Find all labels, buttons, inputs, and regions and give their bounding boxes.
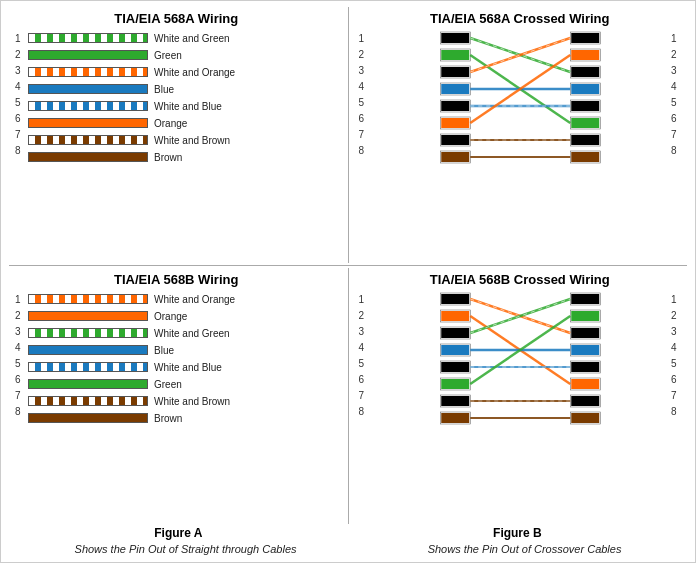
pin-4: 4: [15, 78, 25, 94]
svg-rect-26: [571, 67, 599, 77]
568b-crossed-left-pins: 1 2 3 4 5 6 7 8: [359, 291, 369, 419]
svg-rect-75: [571, 413, 599, 423]
568b-wires: White and Orange Orange White and Green …: [28, 291, 338, 427]
568b-crossed-right-pins: 1 2 3 4 5 6 7 8: [671, 291, 681, 419]
568b-crossed-svg-area: [372, 291, 669, 426]
wire-5-visual: [28, 101, 148, 111]
568b-wire-row-7: White and Brown: [28, 393, 338, 409]
cp-r-1: 1: [671, 30, 681, 46]
svg-rect-57: [441, 379, 469, 389]
svg-rect-69: [571, 311, 599, 321]
cp-l-1: 1: [359, 30, 369, 46]
cp-l-3: 3: [359, 62, 369, 78]
wire-3-label: White and Orange: [154, 67, 235, 78]
568b-wire-row-3: White and Green: [28, 325, 338, 341]
568b-wire-8-label: Brown: [154, 413, 182, 424]
wire-1-visual: [28, 33, 148, 43]
svg-rect-9: [441, 50, 469, 60]
cp-r-3: 3: [671, 62, 681, 78]
568b-wire-1-label: White and Orange: [154, 294, 235, 305]
wire-6-label: Orange: [154, 118, 187, 129]
svg-rect-31: [571, 152, 599, 162]
wire-row-8: Brown: [28, 149, 338, 165]
svg-rect-54: [441, 328, 469, 338]
svg-rect-25: [571, 50, 599, 60]
pin-1: 1: [15, 30, 25, 46]
568b-straight-panel: TIA/EIA 568B Wiring 1 2 3 4 5 6 7 8 Whit…: [9, 268, 344, 524]
wire-7-visual: [28, 135, 148, 145]
wire-5-label: White and Blue: [154, 101, 222, 112]
pin-7: 7: [15, 126, 25, 142]
figure-b-label: Figure B: [493, 526, 542, 540]
main-container: TIA/EIA 568A Wiring 1 2 3 4 5 6 7 8 Whit…: [0, 0, 696, 563]
svg-rect-55: [441, 345, 469, 355]
svg-rect-15: [441, 152, 469, 162]
568a-crossed-svg: [372, 30, 669, 165]
cp-l-8: 8: [359, 142, 369, 158]
568b-crossed-svg: [372, 291, 669, 426]
568b-wire-7-label: White and Brown: [154, 396, 230, 407]
cp-r-8: 8: [671, 142, 681, 158]
568a-crossed-panel: TIA/EIA 568A Crossed Wiring 1 2 3 4 5 6 …: [353, 7, 688, 263]
568b-wire-row-6: Green: [28, 376, 338, 392]
svg-rect-70: [571, 328, 599, 338]
568b-wire-2-label: Orange: [154, 311, 187, 322]
568b-wire-row-4: Blue: [28, 342, 338, 358]
svg-rect-30: [571, 135, 599, 145]
svg-rect-73: [571, 379, 599, 389]
svg-rect-68: [571, 294, 599, 304]
wire-row-5: White and Blue: [28, 98, 338, 114]
svg-rect-10: [441, 67, 469, 77]
568b-wire-row-1: White and Orange: [28, 291, 338, 307]
568a-straight-panel: TIA/EIA 568A Wiring 1 2 3 4 5 6 7 8 Whit…: [9, 7, 344, 263]
figures-row: Figure A Figure B: [9, 524, 687, 542]
568b-wire-1-visual: [28, 294, 148, 304]
568b-wire-row-2: Orange: [28, 308, 338, 324]
pin-6: 6: [15, 110, 25, 126]
wire-row-2: Green: [28, 47, 338, 63]
svg-rect-53: [441, 311, 469, 321]
wire-row-1: White and Green: [28, 30, 338, 46]
cp-r-6: 6: [671, 110, 681, 126]
caption-a: Shows the Pin Out of Straight through Ca…: [75, 543, 297, 555]
wire-6-visual: [28, 118, 148, 128]
cp-r-5: 5: [671, 94, 681, 110]
568a-crossed-title: TIA/EIA 568A Crossed Wiring: [359, 11, 682, 26]
568a-crossed-section: 1 2 3 4 5 6 7 8: [359, 30, 682, 165]
svg-rect-71: [571, 345, 599, 355]
568a-crossed-right-pins: 1 2 3 4 5 6 7 8: [671, 30, 681, 158]
568b-crossed-section: 1 2 3 4 5 6 7 8: [359, 291, 682, 426]
svg-rect-12: [441, 101, 469, 111]
wire-8-visual: [28, 152, 148, 162]
568b-wire-2-visual: [28, 311, 148, 321]
568b-wire-8-visual: [28, 413, 148, 423]
svg-rect-24: [571, 33, 599, 43]
svg-rect-72: [571, 362, 599, 372]
svg-rect-27: [571, 84, 599, 94]
svg-rect-11: [441, 84, 469, 94]
wire-4-label: Blue: [154, 84, 174, 95]
svg-rect-8: [441, 33, 469, 43]
568b-wire-3-visual: [28, 328, 148, 338]
568b-wire-4-visual: [28, 345, 148, 355]
wire-8-label: Brown: [154, 152, 182, 163]
cp-r-4: 4: [671, 78, 681, 94]
cp-l-6: 6: [359, 110, 369, 126]
wire-2-label: Green: [154, 50, 182, 61]
svg-rect-13: [441, 118, 469, 128]
568a-crossed-left-pins: 1 2 3 4 5 6 7 8: [359, 30, 369, 158]
568b-left-pins: 1 2 3 4 5 6 7 8: [15, 291, 25, 419]
figure-a-label: Figure A: [154, 526, 202, 540]
svg-rect-29: [571, 118, 599, 128]
wire-1-label: White and Green: [154, 33, 230, 44]
568b-wire-6-label: Green: [154, 379, 182, 390]
pin-5: 5: [15, 94, 25, 110]
wire-row-4: Blue: [28, 81, 338, 97]
wire-row-3: White and Orange: [28, 64, 338, 80]
568b-crossed-title: TIA/EIA 568B Crossed Wiring: [359, 272, 682, 287]
wire-2-visual: [28, 50, 148, 60]
568b-wire-5-visual: [28, 362, 148, 372]
568b-wire-6-visual: [28, 379, 148, 389]
568b-wire-row-8: Brown: [28, 410, 338, 426]
vertical-divider-top: [348, 7, 349, 263]
